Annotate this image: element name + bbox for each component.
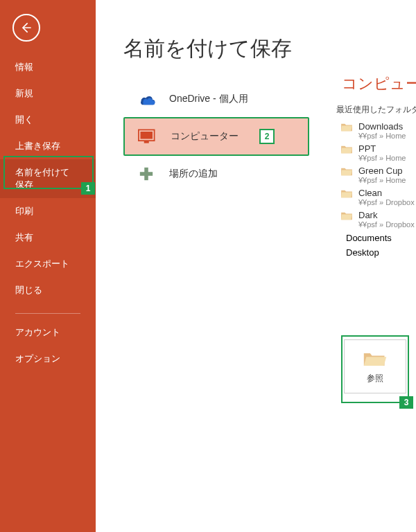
nav-separator xyxy=(15,313,80,314)
folder-name: Dark xyxy=(358,210,415,220)
nav-new[interactable]: 新規 xyxy=(0,80,96,107)
browse-label: 参照 xyxy=(367,373,383,384)
callout-2-number: 2 xyxy=(259,129,275,144)
callout-3-number: 3 xyxy=(399,396,413,409)
nav-print[interactable]: 印刷 xyxy=(0,198,96,224)
place-onedrive-label: OneDrive - 個人用 xyxy=(169,93,248,105)
recent-folder-item[interactable]: Dark¥¥psf » Dropbox xyxy=(340,210,416,229)
folder-name: Green Cup xyxy=(358,166,406,176)
place-add[interactable]: 場所の追加 xyxy=(123,156,309,192)
svg-rect-1 xyxy=(141,132,153,139)
nav-info[interactable]: 情報 xyxy=(0,54,96,80)
svg-rect-2 xyxy=(144,141,149,143)
browse-button[interactable]: 参照 xyxy=(344,339,406,393)
place-add-label: 場所の追加 xyxy=(169,168,218,180)
nav-save-as-line1: 名前を付けて xyxy=(15,167,69,177)
recent-folder-item[interactable]: Desktop xyxy=(340,247,416,258)
folder-icon xyxy=(340,121,353,134)
back-button[interactable] xyxy=(12,14,40,42)
page-heading: 名前を付けて保存 xyxy=(123,35,416,63)
nav-options[interactable]: オプション xyxy=(0,346,96,372)
right-column: コンピューター 最近使用したフォルダー Downloads¥¥psf » Hom… xyxy=(336,73,416,259)
folder-path: ¥¥psf » Dropbox xyxy=(358,198,415,206)
recent-folder-item[interactable]: Downloads¥¥psf » Home xyxy=(340,121,416,140)
folder-path: ¥¥psf » Home xyxy=(358,154,406,162)
folder-icon xyxy=(340,188,353,201)
nav-save-as[interactable]: 名前を付けて 保存 xyxy=(0,159,96,198)
folder-name: Desktop xyxy=(346,247,379,258)
place-computer[interactable]: コンピューター 2 xyxy=(123,117,309,156)
svg-rect-4 xyxy=(140,172,153,176)
computer-icon xyxy=(137,128,158,145)
place-computer-label: コンピューター xyxy=(171,130,239,143)
folder-icon xyxy=(340,210,353,223)
folder-name: Documents xyxy=(346,233,392,243)
folder-open-icon xyxy=(363,349,388,369)
recent-folder-item[interactable]: PPT¥¥psf » Home xyxy=(340,143,416,162)
right-column-title: コンピューター xyxy=(336,73,416,94)
folder-icon xyxy=(340,166,353,179)
backstage-sidebar: 情報 新規 開く 上書き保存 名前を付けて 保存 印刷 共有 エクスポート 閉じ… xyxy=(0,0,96,532)
recent-folder-item[interactable]: Documents xyxy=(340,233,416,243)
browse-wrap: 参照 3 xyxy=(344,339,406,393)
folder-icon xyxy=(340,143,353,157)
recent-folders-label: 最近使用したフォルダー xyxy=(336,104,416,116)
recent-folder-item[interactable]: Green Cup¥¥psf » Home xyxy=(340,166,416,184)
nav-open[interactable]: 開く xyxy=(0,107,96,133)
folder-name: Clean xyxy=(358,188,415,198)
folder-path: ¥¥psf » Dropbox xyxy=(358,220,415,229)
folder-path: ¥¥psf » Home xyxy=(358,176,406,184)
back-arrow-icon xyxy=(19,21,33,35)
onedrive-icon xyxy=(136,91,157,107)
place-onedrive[interactable]: OneDrive - 個人用 xyxy=(123,81,309,117)
folder-name: Downloads xyxy=(358,121,406,132)
folder-name: PPT xyxy=(358,143,406,154)
recent-folder-item[interactable]: Clean¥¥psf » Dropbox xyxy=(340,188,416,206)
nav-share[interactable]: 共有 xyxy=(0,224,96,251)
main-panel: 名前を付けて保存 OneDrive - 個人用 コンピューター 2 場所の追加 … xyxy=(96,0,416,532)
folder-path: ¥¥psf » Home xyxy=(358,132,406,140)
plus-icon xyxy=(136,166,157,182)
nav-save[interactable]: 上書き保存 xyxy=(0,133,96,159)
nav-save-as-line2: 保存 xyxy=(15,179,33,190)
nav-account[interactable]: アカウント xyxy=(0,319,96,346)
nav-export[interactable]: エクスポート xyxy=(0,251,96,277)
nav-close[interactable]: 閉じる xyxy=(0,277,96,303)
